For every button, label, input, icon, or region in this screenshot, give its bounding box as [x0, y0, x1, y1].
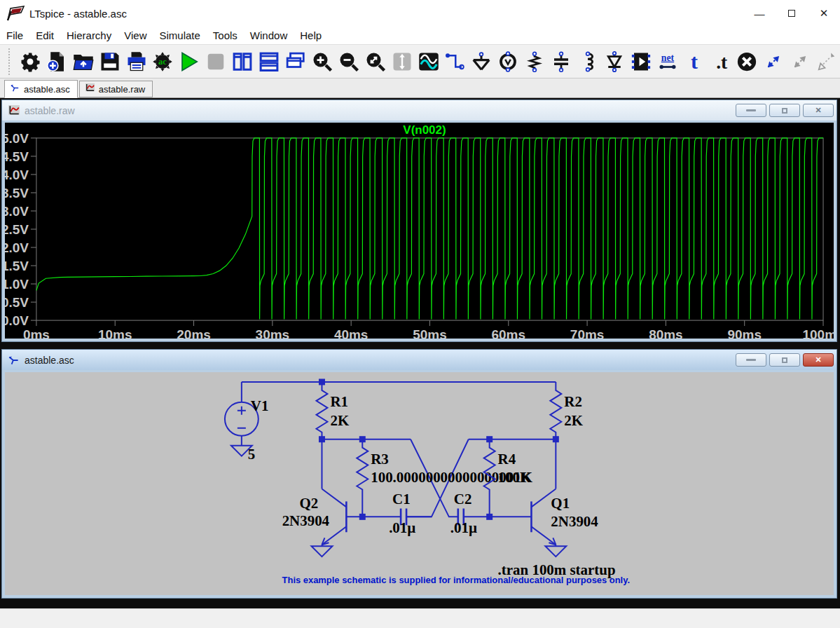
- tile-horizontal-icon[interactable]: [256, 48, 282, 76]
- svg-text:100K: 100K: [498, 470, 532, 486]
- cascade-icon[interactable]: [282, 48, 309, 76]
- menu-item-hierarchy[interactable]: Hierarchy: [60, 28, 118, 43]
- child-close-icon[interactable]: ✕: [803, 104, 834, 117]
- child-maximize-icon[interactable]: [769, 353, 800, 367]
- component-value: 5: [248, 446, 255, 463]
- svg-text:C1: C1: [392, 491, 411, 507]
- svg-text:R3: R3: [371, 451, 389, 467]
- y-axis-tick-label: 2.5V: [5, 222, 29, 237]
- text-icon[interactable]: t: [681, 48, 708, 76]
- zoom-out-icon[interactable]: [336, 48, 362, 76]
- tab-label: astable.asc: [24, 84, 70, 95]
- component-q1[interactable]: Q1 2N3904: [531, 439, 598, 557]
- y-axis-tick-label: 4.0V: [5, 168, 29, 182]
- svg-text:.t: .t: [716, 51, 728, 72]
- waveform-file-icon: [85, 83, 95, 95]
- menu-item-tools[interactable]: Tools: [207, 28, 244, 43]
- zoom-in-icon[interactable]: [309, 48, 336, 76]
- menubar: FileEditHierarchyViewSimulateToolsWindow…: [0, 27, 840, 44]
- move-icon[interactable]: [760, 48, 787, 76]
- save-icon[interactable]: [97, 48, 123, 76]
- schematic-window-titlebar[interactable]: astable.asc ✕: [2, 350, 836, 370]
- schematic-canvas[interactable]: V1 5 R1 2K R2 2K: [5, 372, 834, 595]
- svg-text:2N3904: 2N3904: [551, 513, 598, 530]
- x-axis-tick-label: 70ms: [570, 327, 604, 339]
- open-icon[interactable]: [70, 48, 97, 76]
- pan-icon: [389, 48, 415, 76]
- voltage-source-icon[interactable]: [495, 48, 521, 76]
- child-close-icon[interactable]: ✕: [803, 353, 834, 367]
- toolbar: acnett.t: [0, 44, 840, 78]
- drag-icon: [787, 48, 813, 76]
- component-v1[interactable]: V1 5: [225, 382, 268, 463]
- waveform-plot[interactable]: V(n002) 5.0V4.5V4.0V3.5V3.0V2.5V2.0V1.5V…: [5, 123, 834, 339]
- component-c1[interactable]: C1 .01µ: [362, 491, 432, 536]
- voltage-trace[interactable]: [36, 138, 823, 320]
- schematic-drawing[interactable]: V1 5 R1 2K R2 2K: [5, 372, 834, 595]
- minimize-icon[interactable]: —: [743, 0, 776, 27]
- status-bar: [0, 608, 840, 628]
- svg-text:Q1: Q1: [551, 495, 570, 512]
- wire-junction-nodes: [319, 378, 559, 519]
- print-icon[interactable]: [123, 48, 150, 76]
- settings-icon[interactable]: [17, 48, 43, 76]
- trace-title[interactable]: V(n002): [403, 123, 446, 137]
- toolbar-grip: [8, 48, 11, 75]
- delete-icon[interactable]: [734, 48, 760, 76]
- menu-item-file[interactable]: File: [0, 28, 29, 43]
- window-titlebar: LTspice - astable.asc — ✕: [0, 0, 840, 27]
- child-minimize-icon[interactable]: [736, 353, 766, 367]
- svg-text:R2: R2: [564, 393, 582, 410]
- diode-icon[interactable]: [601, 48, 628, 76]
- child-maximize-icon[interactable]: [769, 104, 800, 117]
- waveform-viewer-icon[interactable]: [415, 48, 442, 76]
- net-name-icon[interactable]: net: [654, 48, 681, 76]
- resistor-icon[interactable]: [521, 48, 548, 76]
- component-r1[interactable]: R1 2K: [316, 382, 349, 439]
- y-axis-tick-label: 1.5V: [5, 259, 29, 273]
- component-icon[interactable]: [628, 48, 654, 76]
- x-axis-tick-label: 0ms: [23, 327, 50, 339]
- tab-astable-asc[interactable]: astable.asc: [4, 80, 78, 98]
- waveform-window-title: astable.raw: [25, 105, 75, 116]
- y-axis-tick-label: 1.0V: [5, 277, 29, 292]
- find-icon: [813, 48, 840, 76]
- component-q2[interactable]: Q2 2N3904: [282, 439, 363, 557]
- waveform-window: astable.raw ✕ V(n002) 5.0V4.5V4.0V3.5V3.…: [1, 100, 837, 342]
- tab-astable-raw[interactable]: astable.raw: [79, 81, 153, 97]
- zoom-full-extents-icon[interactable]: [362, 48, 389, 76]
- menu-item-window[interactable]: Window: [244, 28, 294, 43]
- svg-text:2N3904: 2N3904: [282, 512, 330, 529]
- waveform-window-titlebar[interactable]: astable.raw ✕: [2, 100, 836, 121]
- x-axis-tick-label: 20ms: [177, 327, 210, 339]
- ground-symbol: [545, 545, 566, 557]
- svg-text:2K: 2K: [330, 412, 349, 429]
- svg-text:net: net: [661, 52, 675, 62]
- menu-item-view[interactable]: View: [118, 28, 153, 43]
- schematic-window: astable.asc ✕ V1: [1, 349, 837, 599]
- close-icon[interactable]: ✕: [808, 0, 840, 27]
- y-axis-tick-label: 3.0V: [5, 204, 29, 219]
- menu-item-edit[interactable]: Edit: [29, 28, 60, 43]
- spice-directive-icon[interactable]: .t: [708, 48, 734, 76]
- run-icon[interactable]: [176, 48, 202, 76]
- menu-item-help[interactable]: Help: [294, 28, 328, 43]
- menu-item-simulate[interactable]: Simulate: [153, 28, 206, 43]
- capacitor-icon[interactable]: [548, 48, 574, 76]
- tile-vertical-icon[interactable]: [229, 48, 256, 76]
- ground-icon[interactable]: [468, 48, 495, 76]
- component-r2[interactable]: R2 2K: [550, 382, 583, 439]
- draw-wire-icon[interactable]: [442, 48, 469, 76]
- component-name: V1: [251, 397, 269, 414]
- component-c2[interactable]: C2 .01µ: [450, 491, 532, 536]
- new-schematic-icon[interactable]: [43, 48, 70, 76]
- maximize-icon[interactable]: [776, 0, 808, 27]
- educational-notice-text: This example schematic is supplied for i…: [282, 575, 630, 585]
- child-minimize-icon[interactable]: [736, 104, 766, 117]
- svg-text:.01µ: .01µ: [450, 519, 477, 536]
- edit-simulation-cmd-icon[interactable]: ac: [150, 48, 177, 76]
- y-axis-tick-label: 0.0V: [5, 313, 29, 328]
- inductor-icon[interactable]: [574, 48, 601, 76]
- ltspice-logo-icon: [6, 5, 25, 22]
- waveform-plot-area[interactable]: V(n002) 5.0V4.5V4.0V3.5V3.0V2.5V2.0V1.5V…: [5, 123, 834, 339]
